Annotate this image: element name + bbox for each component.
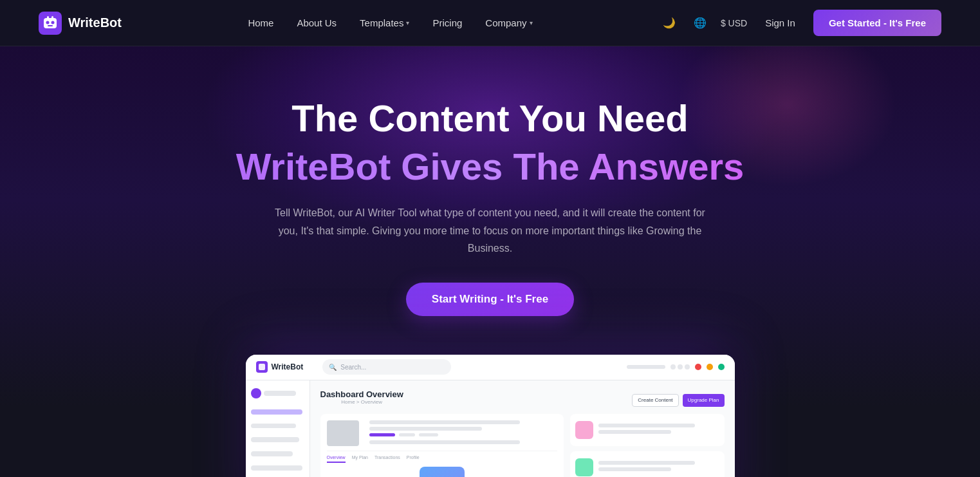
logo-icon [39,12,62,35]
mock-search-icon: 🔍 [329,364,337,371]
mock-card-line-1 [369,420,520,424]
mock-main-card: Overview My Plan Transactions Profile 🤖 [320,414,564,477]
mock-close-dot [695,364,701,370]
brand-name: WriteBot [68,15,122,30]
nav-company[interactable]: Company ▾ [476,12,541,33]
mock-side-card-color-2 [575,458,593,476]
mock-main-content: Dashboard Overview Home > Overview Creat… [310,380,735,477]
hero-description: Tell WriteBot, our AI Writer Tool what t… [265,204,716,257]
hero-section: The Content You Need WriteBot Gives The … [0,46,980,477]
mock-tab-overview: Overview [327,455,346,463]
mock-header-actions [627,364,725,370]
start-writing-button[interactable]: Start Writing - It's Free [406,283,574,316]
sign-in-link[interactable]: Sign In [757,12,803,33]
mock-sidebar-brand [264,391,296,396]
svg-rect-7 [259,364,265,370]
mock-sidebar-item-4 [251,451,293,456]
mock-progress-bar [627,365,665,369]
mock-tabs: Overview My Plan Transactions Profile [327,451,558,463]
nav-templates[interactable]: Templates ▾ [351,12,418,33]
mock-search-placeholder: Search... [340,364,366,371]
mock-card-image [327,420,359,446]
mock-sidebar-item-1 [251,409,302,415]
mock-body: Dashboard Overview Home > Overview Creat… [246,380,735,477]
mock-sidebar-item-5 [251,465,302,471]
nav-pricing[interactable]: Pricing [423,12,471,33]
mock-user-avatar [251,388,261,398]
main-nav: Home About Us Templates ▾ Pricing Compan… [239,12,541,33]
mock-maximize-dot [718,364,725,370]
mock-side-card-1 [570,414,724,446]
mock-title-row: Dashboard Overview Home > Overview Creat… [320,389,725,411]
mock-side-card-text-1 [598,424,719,436]
mock-logo: WriteBot [256,361,304,373]
mock-browser-header: WriteBot 🔍 Search... [246,355,735,380]
mock-icon-1 [670,364,676,369]
mock-upgrade-btn: Upgrade Plan [683,394,725,407]
svg-rect-1 [44,18,57,28]
logo[interactable]: WriteBot [39,12,122,35]
currency-selector[interactable]: $ USD [721,18,747,28]
header: WriteBot Home About Us Templates ▾ Prici… [0,0,980,46]
mock-sidebar-item-2 [251,424,296,429]
mock-page-title: Dashboard Overview [320,389,403,399]
mock-tab-transactions: Transactions [374,455,400,463]
mock-progress-fill [369,433,395,436]
nav-about[interactable]: About Us [288,12,346,33]
dashboard-preview: WriteBot 🔍 Search... [246,355,735,477]
mock-brand-name: WriteBot [272,362,304,371]
mock-content-area: Overview My Plan Transactions Profile 🤖 [320,414,725,477]
mock-search-bar[interactable]: 🔍 Search... [322,359,451,375]
mock-side-card-color-1 [575,421,593,439]
mock-icon-3 [685,364,690,369]
mock-sidebar [246,380,310,477]
hero-content: The Content You Need WriteBot Gives The … [0,46,980,477]
company-chevron-icon: ▾ [530,19,533,26]
header-actions: 🌙 🌐 $ USD Sign In Get Started - It's Fre… [659,10,941,36]
get-started-button[interactable]: Get Started - It's Free [813,10,941,36]
mock-tab-plan: My Plan [352,455,368,463]
mock-card-line-3 [369,440,520,444]
dark-mode-toggle[interactable]: 🌙 [659,13,680,33]
mock-action-buttons: Create Content Upgrade Plan [632,394,724,407]
svg-point-3 [51,21,55,24]
mock-tab-profile: Profile [407,455,420,463]
svg-point-2 [46,21,50,24]
svg-rect-6 [51,16,53,19]
mock-progress-empty [399,433,415,436]
svg-rect-5 [47,16,49,19]
mock-sidebar-item-3 [251,437,299,442]
mock-side-card-text-2 [598,461,719,474]
svg-rect-4 [48,25,53,26]
mock-logo-icon [256,361,268,373]
language-selector[interactable]: 🌐 [690,13,710,33]
mock-minimize-dot [707,364,713,370]
mock-breadcrumb: Home > Overview [320,399,403,405]
mock-robot-illustration: 🤖 [420,467,465,477]
mock-card-line-2 [369,427,483,431]
templates-chevron-icon: ▾ [406,19,409,26]
mock-side-card-2 [570,451,724,477]
hero-title-line1: The Content You Need [13,98,967,139]
mock-create-btn: Create Content [632,394,678,407]
nav-home[interactable]: Home [239,12,282,33]
mock-icon-2 [678,364,683,369]
hero-title-line2: WriteBot Gives The Answers [13,144,967,189]
mock-side-cards [570,414,724,477]
mock-progress-empty-2 [419,433,438,436]
